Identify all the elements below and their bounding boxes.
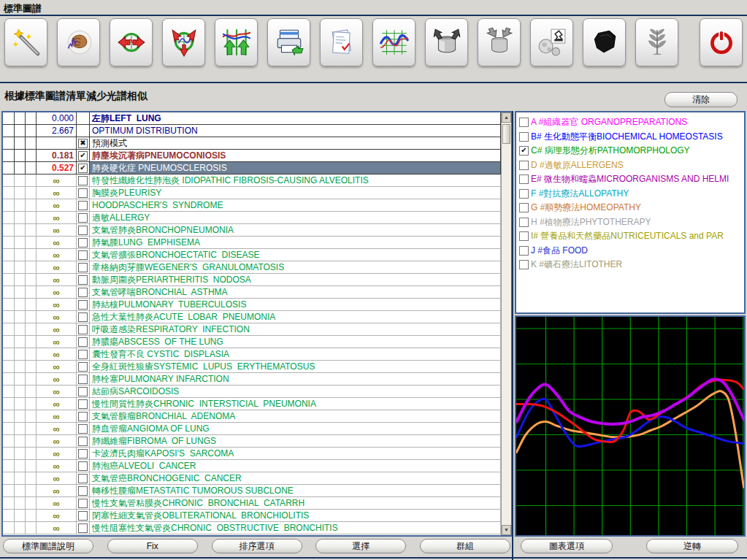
list-row[interactable]: ∞閉塞性細支氣管炎OBLITERATIONAL BRONCHIOLITIS: [3, 510, 501, 522]
list-row[interactable]: ∞結節病SARCOIDOSIS: [3, 386, 501, 398]
list-row[interactable]: ∞肺纖維瘤FIBROMA OF LUNGS: [3, 435, 501, 448]
category-item-e[interactable]: E# 微生物和蠕蟲MICROORGANISMS AND HELMI: [518, 172, 743, 187]
list-row[interactable]: 0.527✔肺炎硬化症 PNEUMOSCLEROSIS: [3, 162, 501, 174]
row-checkbox[interactable]: [78, 474, 88, 483]
category-checkbox[interactable]: [519, 132, 529, 142]
list-row[interactable]: ∞肺泡癌ALVEOLI CANCER: [3, 460, 501, 472]
row-checkbox[interactable]: ✔: [78, 151, 88, 161]
chart-options-button[interactable]: 圖表選項: [521, 539, 613, 553]
category-checkbox[interactable]: [519, 174, 529, 184]
list-row[interactable]: ∞全身紅斑性狼瘡SYSTEMIC LUPUS ERYTHEMATOSUS: [3, 361, 501, 373]
invert-button[interactable]: 逆轉: [646, 539, 738, 553]
row-checkbox[interactable]: [78, 288, 88, 297]
sort-options-button[interactable]: 排序選項: [212, 539, 302, 553]
category-item-i[interactable]: I# 營養品和天然藥品NUTRICEUTICALS and PAR: [518, 229, 743, 244]
row-checkbox[interactable]: [78, 387, 88, 396]
row-checkbox[interactable]: [78, 312, 88, 322]
print-button[interactable]: [267, 18, 310, 66]
list-row[interactable]: ∞呼吸道感染RESPIRATORY INFECTION: [3, 323, 501, 336]
scrollbar-track[interactable]: [502, 144, 511, 525]
list-row[interactable]: ∞支氣管腺瘤BRONCHIAL ADENOMA: [3, 410, 501, 423]
category-item-c[interactable]: ✔C# 病理形態分析PATHOMORPHOLOGY: [518, 144, 743, 158]
row-checkbox[interactable]: [78, 213, 88, 223]
list-row[interactable]: ∞胸膜炎PLEURISY: [3, 187, 501, 199]
list-scrollbar[interactable]: ▲ ▼: [501, 112, 511, 535]
category-item-b[interactable]: B# 生化動態平衡BIOCHEMICAL HOMEOSTASIS: [518, 130, 743, 145]
group-button[interactable]: 群組: [420, 539, 510, 553]
row-checkbox[interactable]: [78, 201, 88, 210]
category-item-a[interactable]: A #組織器官 ORGANOPREPARATIONS: [518, 115, 743, 130]
list-row[interactable]: ∞動脈周圍炎PERIARTHERITIS NODOSA: [3, 274, 501, 286]
container-in-button[interactable]: [425, 18, 468, 66]
row-checkbox[interactable]: [78, 424, 88, 434]
list-row[interactable]: ∞支氣管癌BRONCHOGENIC CANCER: [3, 472, 501, 485]
scrollbar-thumb[interactable]: [502, 124, 510, 144]
row-checkbox[interactable]: [78, 275, 88, 285]
category-checkbox[interactable]: [519, 203, 529, 212]
list-row[interactable]: ∞肺栓塞PULMONARY INFARCTION: [3, 373, 501, 386]
row-checkbox[interactable]: ✖: [78, 139, 88, 148]
list-row[interactable]: ∞過敏ALLERGY: [3, 212, 501, 224]
row-checkbox[interactable]: ✔: [78, 164, 88, 173]
stone-button[interactable]: [583, 18, 626, 66]
category-checkbox[interactable]: [519, 246, 529, 256]
list-row[interactable]: ∞慢性阻塞性支氣管炎CHRONIC OBSTRUCTIVE BRONCHITIS: [3, 522, 501, 534]
atlas-help-button[interactable]: 標準圖譜說明: [3, 539, 93, 553]
select-button[interactable]: 選擇: [315, 539, 406, 553]
row-checkbox[interactable]: [78, 511, 88, 521]
list-row[interactable]: ∞支氣管擴張BRONCHOECTATIC DISEASE: [3, 249, 501, 261]
list-row[interactable]: ∞支氣管哮喘BRONCHIAL ASTHMA: [3, 286, 501, 299]
notes-button[interactable]: [320, 18, 363, 66]
list-row[interactable]: ∞急性大葉性肺炎ACUTE LOBAR PNEUMONIA: [3, 311, 501, 323]
clear-button[interactable]: 清除: [664, 92, 738, 107]
graph-button[interactable]: [372, 18, 415, 66]
list-row[interactable]: ∞囊性發育不良 CYSTIC DISPLASIA: [3, 348, 501, 361]
list-row[interactable]: ∞肺膿瘍ABSCESS OF THE LUNG: [3, 336, 501, 348]
row-checkbox[interactable]: [78, 375, 88, 384]
category-item-f[interactable]: F #對抗療法ALLOPATHY: [518, 187, 743, 202]
row-checkbox[interactable]: [78, 461, 88, 471]
list-row[interactable]: 2.667OPTIMUM DISTRIBUTION: [3, 125, 501, 137]
merge-spectrum-button[interactable]: [162, 18, 205, 66]
list-row[interactable]: 0.000左肺LEFT LUNG: [3, 112, 501, 125]
boost-chart-button[interactable]: [215, 18, 258, 66]
row-checkbox[interactable]: [78, 263, 88, 272]
phyto-button[interactable]: [635, 18, 678, 66]
row-checkbox[interactable]: [78, 300, 88, 310]
category-item-h[interactable]: H #植物療法PHYTOTHERAPY: [518, 215, 743, 230]
container-out-button[interactable]: [478, 18, 521, 66]
list-row[interactable]: ∞肺氣腫LUNG EMPHISEMA: [3, 237, 501, 249]
category-checkbox[interactable]: [519, 189, 529, 199]
list-row[interactable]: 0.181✔肺塵埃沉著病PNEUMOCONIOSIS: [3, 150, 501, 162]
row-checkbox[interactable]: [78, 399, 88, 409]
row-checkbox[interactable]: [78, 523, 88, 533]
row-checkbox[interactable]: [78, 176, 88, 185]
category-item-g[interactable]: G #順勢療法HOMEOPATHY: [518, 201, 743, 215]
row-checkbox[interactable]: [78, 362, 88, 372]
list-row[interactable]: ∞轉移性腫瘤METASTATIC TUMOROUS SUBCLONE: [3, 485, 501, 497]
category-checkbox[interactable]: [519, 231, 529, 241]
category-checkbox[interactable]: [519, 161, 529, 170]
row-checkbox[interactable]: [78, 238, 88, 248]
category-checkbox[interactable]: [519, 218, 529, 227]
category-item-j[interactable]: J #食品 FOOD: [518, 244, 743, 258]
magic-wand-button[interactable]: [4, 18, 47, 66]
row-checkbox[interactable]: [78, 337, 88, 347]
row-checkbox[interactable]: [78, 499, 88, 508]
row-checkbox[interactable]: [78, 437, 88, 446]
category-checkbox[interactable]: [519, 260, 529, 269]
list-row[interactable]: ∞韋格納肉芽腫WEGENER'S GRANULOMATOSIS: [3, 261, 501, 274]
row-checkbox[interactable]: [78, 350, 88, 359]
row-checkbox[interactable]: [78, 412, 88, 421]
row-checkbox[interactable]: [78, 486, 88, 496]
brain-analysis-button[interactable]: [57, 18, 100, 66]
list-row[interactable]: ∞卡波濟氏肉瘤KAPOSI'S SARCOMA: [3, 448, 501, 460]
row-checkbox[interactable]: [78, 325, 88, 334]
category-checkbox[interactable]: ✔: [519, 146, 529, 156]
list-row[interactable]: ✖預測模式: [3, 137, 501, 150]
row-checkbox[interactable]: [78, 188, 88, 198]
category-item-d[interactable]: D #過敏原ALLERGENS: [518, 158, 743, 173]
list-row[interactable]: ∞肺結核PULMONARY TUBERCULOSIS: [3, 299, 501, 311]
category-checkbox[interactable]: [519, 118, 529, 127]
list-row[interactable]: ∞慢性間質性肺炎CHRONIC INTERSTICIAL PNEUMONIA: [3, 398, 501, 410]
